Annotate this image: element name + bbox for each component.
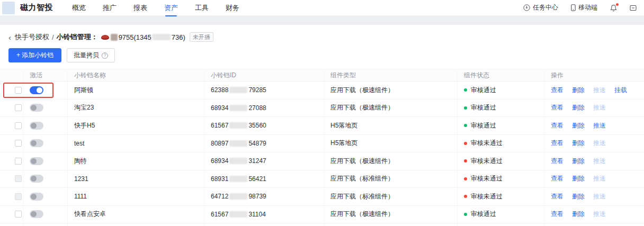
table-row: 1231 68931 56421 应用下载（标准组件） 审核未通过 查看 删除 … bbox=[0, 170, 644, 188]
delete-link[interactable]: 删除 bbox=[572, 121, 585, 130]
status-text: 审核通过 bbox=[471, 103, 496, 112]
row-checkbox[interactable] bbox=[15, 211, 22, 218]
messages-button[interactable] bbox=[630, 5, 637, 11]
activate-toggle[interactable] bbox=[30, 157, 43, 165]
push-link[interactable]: 推送 bbox=[593, 103, 606, 112]
nav-item-0[interactable]: 概览 bbox=[72, 0, 86, 16]
activate-toggle[interactable] bbox=[30, 139, 43, 147]
delete-link[interactable]: 删除 bbox=[572, 157, 585, 166]
nav-item-1[interactable]: 推广 bbox=[103, 0, 117, 16]
notifications-button[interactable] bbox=[610, 4, 617, 12]
actions-cell: 查看 删除 推送 bbox=[544, 135, 644, 152]
bell-name-cell: 阿斯顿 bbox=[68, 82, 204, 99]
bell-id-redacted bbox=[229, 193, 247, 200]
activate-cell bbox=[23, 223, 68, 226]
back-chevron-icon[interactable]: ‹ bbox=[8, 33, 11, 41]
activate-toggle[interactable] bbox=[30, 104, 43, 112]
view-link[interactable]: 查看 bbox=[551, 192, 564, 201]
toolbar: + 添加小铃铛 批量拷贝 ? bbox=[0, 42, 644, 62]
view-link[interactable]: 查看 bbox=[551, 157, 564, 166]
component-type-cell: 应用下载（极速组件） bbox=[324, 152, 458, 170]
notification-dot bbox=[616, 3, 619, 6]
view-link[interactable]: 查看 bbox=[551, 86, 564, 95]
push-link[interactable]: 推送 bbox=[593, 157, 606, 166]
bell-id-redacted bbox=[229, 158, 247, 164]
row-checkbox[interactable] bbox=[15, 140, 22, 147]
toggle-knob bbox=[31, 176, 37, 182]
checkbox-cell bbox=[0, 170, 23, 188]
row-checkbox[interactable] bbox=[15, 158, 22, 165]
component-status-cell: 审核未通过 bbox=[458, 135, 544, 152]
delete-link[interactable]: 删除 bbox=[572, 210, 585, 219]
nav-item-3[interactable]: 资产 bbox=[164, 0, 178, 16]
table-row: 阿斯顿 62388 79285 应用下载（极速组件） 审核通过 查看 删除 推送… bbox=[0, 82, 644, 100]
row-checkbox[interactable] bbox=[15, 104, 22, 111]
nav-item-2[interactable]: 报表 bbox=[133, 0, 147, 16]
bell-name: 1231 bbox=[74, 175, 88, 183]
help-circle-icon: ? bbox=[102, 52, 108, 59]
push-link[interactable]: 推送 bbox=[593, 174, 606, 183]
activate-cell bbox=[23, 82, 68, 99]
push-link[interactable]: 推送 bbox=[593, 86, 606, 95]
delete-link[interactable]: 删除 bbox=[572, 192, 585, 201]
bell-id-cell: 61567 31104 bbox=[204, 206, 324, 223]
task-center-icon bbox=[523, 4, 530, 11]
actions-cell: 查看 删除 推送 bbox=[544, 188, 644, 205]
view-link[interactable]: 查看 bbox=[551, 121, 564, 130]
delete-link[interactable]: 删除 bbox=[572, 139, 585, 148]
task-center-button[interactable]: 任务中心 bbox=[523, 3, 558, 12]
component-type: 应用下载（标准组件） bbox=[330, 174, 394, 183]
component-status-cell: 审核未通过 bbox=[458, 170, 544, 188]
nav-item-4[interactable]: 工具 bbox=[195, 0, 209, 16]
mount-link[interactable]: 挂载 bbox=[614, 86, 627, 95]
column-header-4: 组件状态 bbox=[458, 69, 544, 81]
add-bell-button[interactable]: + 添加小铃铛 bbox=[8, 48, 61, 62]
activate-toggle[interactable] bbox=[30, 193, 43, 201]
push-link[interactable]: 推送 bbox=[593, 121, 606, 130]
row-checkbox[interactable] bbox=[15, 175, 22, 182]
status-dot bbox=[464, 213, 467, 216]
batch-copy-button[interactable]: 批量拷贝 ? bbox=[67, 48, 115, 62]
view-link[interactable]: 查看 bbox=[551, 103, 564, 112]
activate-toggle[interactable] bbox=[30, 86, 43, 94]
activate-toggle[interactable] bbox=[30, 175, 43, 183]
component-type: 应用下载（极速组件） bbox=[330, 210, 394, 219]
view-link[interactable]: 查看 bbox=[551, 174, 564, 183]
toggle-knob bbox=[31, 105, 37, 111]
bell-id-prefix: 68934 bbox=[211, 104, 228, 112]
push-link[interactable]: 推送 bbox=[593, 192, 606, 201]
component-type-cell: 应用下载（标准组件） bbox=[324, 170, 458, 188]
status-text: 审核通过 bbox=[471, 210, 496, 219]
push-link[interactable]: 推送 bbox=[593, 210, 606, 219]
activate-cell bbox=[23, 206, 68, 223]
nav-item-5[interactable]: 财务 bbox=[226, 0, 239, 16]
component-status-cell: 审核未通过 bbox=[458, 152, 544, 170]
row-checkbox[interactable] bbox=[15, 122, 22, 129]
view-link[interactable]: 查看 bbox=[551, 139, 564, 148]
bell-id-prefix: 64712 bbox=[211, 193, 228, 200]
bell-id-suffix: 31104 bbox=[248, 211, 265, 218]
delete-link[interactable]: 删除 bbox=[572, 86, 585, 95]
status-text: 审核未通过 bbox=[471, 192, 503, 201]
delete-link[interactable]: 删除 bbox=[572, 174, 585, 183]
bell-id-suffix: 35560 bbox=[248, 122, 266, 129]
toggle-knob bbox=[37, 87, 42, 93]
view-link[interactable]: 查看 bbox=[551, 210, 564, 219]
breadcrumb-parent[interactable]: 快手号授权 bbox=[15, 32, 49, 42]
push-link[interactable]: 推送 bbox=[593, 139, 606, 148]
bell-name-cell: 快手落地页测试不用审核 bbox=[68, 223, 204, 226]
activate-toggle[interactable] bbox=[30, 122, 43, 130]
activate-toggle[interactable] bbox=[30, 210, 43, 218]
bell-id-suffix: 79285 bbox=[248, 86, 266, 94]
row-checkbox[interactable] bbox=[15, 193, 22, 200]
bell-name-cell: 1231 bbox=[68, 170, 204, 188]
status-dot bbox=[464, 195, 467, 198]
component-type: 应用下载（标准组件） bbox=[330, 192, 394, 201]
row-checkbox[interactable] bbox=[15, 87, 22, 94]
checkbox-cell bbox=[0, 223, 23, 226]
message-icon bbox=[630, 5, 637, 11]
status-dot bbox=[464, 159, 467, 162]
mobile-button[interactable]: 移动端 bbox=[571, 3, 597, 12]
delete-link[interactable]: 删除 bbox=[572, 103, 585, 112]
breadcrumb: ‹ 快手号授权 / 小铃铛管理： 9755(1345 736) 未开播 bbox=[0, 25, 644, 42]
